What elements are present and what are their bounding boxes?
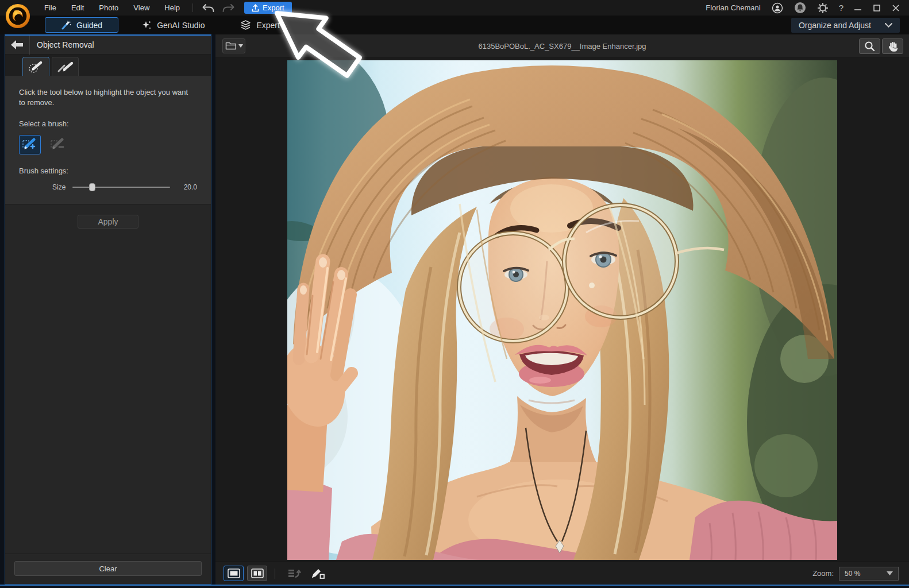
zoom-label: Zoom: (812, 569, 834, 578)
add-brush-icon (21, 137, 38, 152)
sparkle-icon (141, 20, 152, 30)
body-row: Object Removal (0, 34, 909, 585)
brush-settings-label: Brush settings: (19, 167, 197, 175)
chevron-down-icon (885, 23, 892, 28)
pan-tool-button[interactable] (882, 38, 903, 54)
menu-file[interactable]: File (37, 0, 64, 16)
pencil-square-icon (310, 568, 325, 579)
close-icon (892, 5, 899, 11)
object-removal-panel: Object Removal (5, 34, 211, 585)
size-value: 20.0 (184, 183, 197, 191)
titlebar-separator (192, 3, 193, 12)
minimize-icon (854, 5, 861, 11)
help-button[interactable]: ? (836, 3, 846, 13)
magic-wand-icon (61, 21, 71, 30)
tab-genai-studio[interactable]: GenAI Studio (136, 17, 210, 33)
tab-guided[interactable]: Guided (45, 17, 118, 33)
zoom-controls: Zoom: 50 % (812, 567, 901, 581)
undo-icon (202, 3, 215, 13)
size-slider-row: Size 20.0 (19, 183, 197, 191)
single-view-button[interactable] (224, 566, 244, 581)
size-slider-thumb[interactable] (89, 183, 95, 191)
gear-icon (817, 2, 829, 14)
redo-button[interactable] (218, 0, 238, 16)
panel-header: Object Removal (5, 36, 211, 55)
hand-icon (888, 41, 898, 52)
bell-icon (794, 2, 806, 14)
tab-guided-label: Guided (76, 21, 102, 30)
settings-button[interactable] (814, 0, 832, 16)
tab-line-brush[interactable] (52, 57, 79, 76)
zoom-level-value: 50 % (845, 570, 860, 578)
window-left-gutter (0, 34, 5, 585)
apply-area: Apply (5, 204, 211, 229)
window-maximize-button[interactable] (869, 2, 884, 14)
tool-section: Click the tool below to highlight the ob… (5, 76, 211, 204)
bottombar-separator (275, 568, 275, 579)
window-minimize-button[interactable] (850, 2, 865, 14)
redo-icon (222, 3, 235, 13)
menu-view[interactable]: View (126, 0, 157, 16)
clear-button[interactable]: Clear (14, 561, 202, 576)
app-logo-icon[interactable] (5, 3, 31, 29)
line-brush-icon (57, 60, 74, 73)
subtract-brush-icon (49, 137, 67, 152)
back-arrow-icon (10, 40, 24, 50)
batch-apply-button[interactable] (283, 568, 306, 579)
titlebar: File Edit Photo View Help Export Flo (0, 0, 909, 16)
user-name: Florian Chemani (706, 3, 760, 12)
annotation-arrow-pointing-at-export (260, 3, 369, 84)
modebar: Guided GenAI Studio Expert Organize and … (0, 16, 909, 34)
compare-view-button[interactable] (247, 566, 267, 581)
menu-photo[interactable]: Photo (91, 0, 126, 16)
subtract-brush-button[interactable] (47, 135, 69, 154)
workspace-dropdown[interactable]: Organize and Adjust (791, 18, 900, 33)
person-circle-icon (772, 2, 783, 14)
zoom-level-dropdown[interactable]: 50 % (839, 567, 899, 581)
folder-icon (225, 41, 237, 51)
size-slider[interactable] (72, 187, 170, 188)
back-button[interactable] (5, 36, 29, 55)
maximize-icon (873, 5, 880, 11)
undo-button[interactable] (198, 0, 218, 16)
edit-mask-button[interactable] (306, 568, 330, 579)
titlebar-right: Florian Chemani (706, 0, 909, 16)
canvas-area: 6135BoPOBoL._AC_SX679__Image Enhancer.jp… (215, 34, 909, 585)
triangle-down-icon (238, 44, 243, 48)
brush-buttons (19, 135, 197, 154)
menu-help[interactable]: Help (157, 0, 187, 16)
window-bottom-accent (0, 585, 909, 586)
panel-tabstrip (5, 55, 211, 76)
export-icon (252, 4, 259, 12)
layers-icon (240, 20, 251, 30)
add-brush-button[interactable] (19, 135, 41, 154)
size-label: Size (52, 183, 66, 191)
canvas-bottombar: Zoom: 50 % (215, 562, 909, 585)
compare-view-icon (251, 568, 264, 578)
clear-area: Clear (5, 554, 211, 584)
zoom-tool-button[interactable] (859, 38, 880, 54)
account-button[interactable] (768, 0, 787, 16)
app-window: File Edit Photo View Help Export Flo (0, 0, 909, 588)
area-brush-icon (28, 60, 45, 73)
instruction-text: Click the tool below to highlight the ob… (19, 87, 192, 107)
tab-genai-label: GenAI Studio (157, 21, 205, 30)
workspace-dropdown-label: Organize and Adjust (799, 21, 871, 30)
apply-button[interactable]: Apply (78, 215, 138, 229)
panel-filler (5, 229, 211, 554)
magnifier-icon (864, 41, 875, 52)
folder-menu-button[interactable] (222, 38, 245, 53)
batch-apply-icon (287, 568, 301, 579)
notifications-button[interactable] (791, 0, 810, 16)
canvas-nav-tools (859, 38, 903, 54)
menu-edit[interactable]: Edit (64, 0, 91, 16)
single-view-icon (228, 568, 240, 578)
panel-title: Object Removal (30, 40, 94, 49)
triangle-down-icon (887, 571, 893, 575)
image-viewport[interactable] (215, 58, 909, 562)
select-brush-label: Select a brush: (19, 119, 197, 128)
window-close-button[interactable] (888, 2, 903, 14)
tab-area-brush[interactable] (22, 57, 49, 76)
portrait-image (287, 60, 837, 560)
